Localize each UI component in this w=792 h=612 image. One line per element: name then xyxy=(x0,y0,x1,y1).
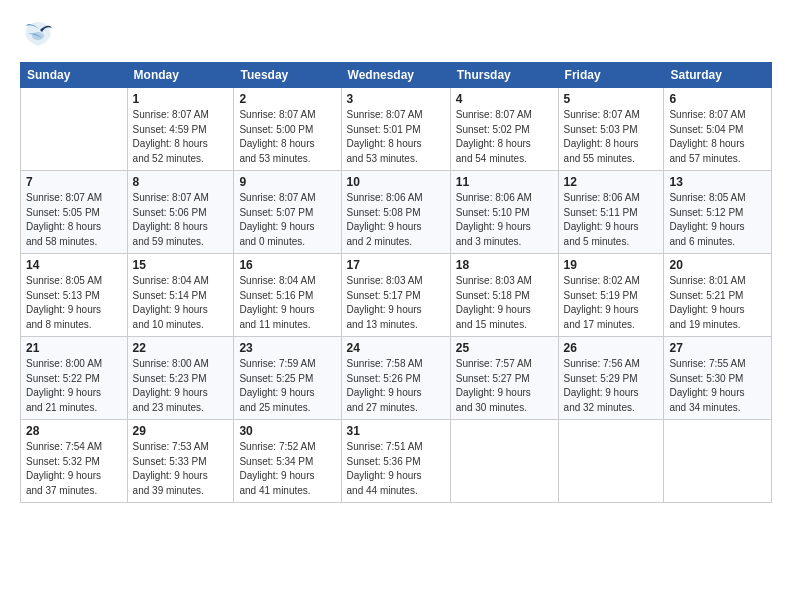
calendar-cell: 23Sunrise: 7:59 AMSunset: 5:25 PMDayligh… xyxy=(234,337,341,420)
day-number: 3 xyxy=(347,92,445,106)
logo-icon xyxy=(20,16,56,52)
calendar-header-saturday: Saturday xyxy=(664,63,772,88)
day-number: 4 xyxy=(456,92,553,106)
day-number: 24 xyxy=(347,341,445,355)
day-info: Sunrise: 8:03 AMSunset: 5:17 PMDaylight:… xyxy=(347,274,445,332)
calendar-cell: 19Sunrise: 8:02 AMSunset: 5:19 PMDayligh… xyxy=(558,254,664,337)
calendar-cell: 5Sunrise: 8:07 AMSunset: 5:03 PMDaylight… xyxy=(558,88,664,171)
calendar-cell: 4Sunrise: 8:07 AMSunset: 5:02 PMDaylight… xyxy=(450,88,558,171)
day-info: Sunrise: 7:54 AMSunset: 5:32 PMDaylight:… xyxy=(26,440,122,498)
day-info: Sunrise: 7:58 AMSunset: 5:26 PMDaylight:… xyxy=(347,357,445,415)
calendar-cell: 3Sunrise: 8:07 AMSunset: 5:01 PMDaylight… xyxy=(341,88,450,171)
calendar-cell xyxy=(664,420,772,503)
day-number: 23 xyxy=(239,341,335,355)
calendar-cell: 22Sunrise: 8:00 AMSunset: 5:23 PMDayligh… xyxy=(127,337,234,420)
day-info: Sunrise: 8:07 AMSunset: 5:07 PMDaylight:… xyxy=(239,191,335,249)
calendar-cell: 14Sunrise: 8:05 AMSunset: 5:13 PMDayligh… xyxy=(21,254,128,337)
day-info: Sunrise: 7:52 AMSunset: 5:34 PMDaylight:… xyxy=(239,440,335,498)
day-info: Sunrise: 7:55 AMSunset: 5:30 PMDaylight:… xyxy=(669,357,766,415)
day-info: Sunrise: 7:56 AMSunset: 5:29 PMDaylight:… xyxy=(564,357,659,415)
calendar-cell: 10Sunrise: 8:06 AMSunset: 5:08 PMDayligh… xyxy=(341,171,450,254)
day-info: Sunrise: 7:59 AMSunset: 5:25 PMDaylight:… xyxy=(239,357,335,415)
day-info: Sunrise: 7:57 AMSunset: 5:27 PMDaylight:… xyxy=(456,357,553,415)
day-info: Sunrise: 8:06 AMSunset: 5:08 PMDaylight:… xyxy=(347,191,445,249)
day-number: 21 xyxy=(26,341,122,355)
calendar-cell: 12Sunrise: 8:06 AMSunset: 5:11 PMDayligh… xyxy=(558,171,664,254)
calendar-header-monday: Monday xyxy=(127,63,234,88)
day-number: 22 xyxy=(133,341,229,355)
day-info: Sunrise: 8:07 AMSunset: 5:04 PMDaylight:… xyxy=(669,108,766,166)
day-info: Sunrise: 8:07 AMSunset: 5:06 PMDaylight:… xyxy=(133,191,229,249)
page: SundayMondayTuesdayWednesdayThursdayFrid… xyxy=(0,0,792,612)
day-info: Sunrise: 8:07 AMSunset: 5:00 PMDaylight:… xyxy=(239,108,335,166)
day-number: 28 xyxy=(26,424,122,438)
calendar-header-wednesday: Wednesday xyxy=(341,63,450,88)
day-info: Sunrise: 8:07 AMSunset: 5:03 PMDaylight:… xyxy=(564,108,659,166)
day-info: Sunrise: 7:53 AMSunset: 5:33 PMDaylight:… xyxy=(133,440,229,498)
calendar-week-1: 1Sunrise: 8:07 AMSunset: 4:59 PMDaylight… xyxy=(21,88,772,171)
day-info: Sunrise: 8:07 AMSunset: 5:02 PMDaylight:… xyxy=(456,108,553,166)
day-number: 19 xyxy=(564,258,659,272)
calendar-header-tuesday: Tuesday xyxy=(234,63,341,88)
day-info: Sunrise: 8:07 AMSunset: 4:59 PMDaylight:… xyxy=(133,108,229,166)
calendar-header-thursday: Thursday xyxy=(450,63,558,88)
calendar-cell: 20Sunrise: 8:01 AMSunset: 5:21 PMDayligh… xyxy=(664,254,772,337)
day-number: 25 xyxy=(456,341,553,355)
day-info: Sunrise: 8:05 AMSunset: 5:12 PMDaylight:… xyxy=(669,191,766,249)
day-number: 20 xyxy=(669,258,766,272)
calendar-header-friday: Friday xyxy=(558,63,664,88)
day-number: 14 xyxy=(26,258,122,272)
day-info: Sunrise: 8:06 AMSunset: 5:10 PMDaylight:… xyxy=(456,191,553,249)
calendar-cell: 1Sunrise: 8:07 AMSunset: 4:59 PMDaylight… xyxy=(127,88,234,171)
calendar-cell: 21Sunrise: 8:00 AMSunset: 5:22 PMDayligh… xyxy=(21,337,128,420)
day-number: 15 xyxy=(133,258,229,272)
logo xyxy=(20,16,60,52)
day-info: Sunrise: 8:01 AMSunset: 5:21 PMDaylight:… xyxy=(669,274,766,332)
day-info: Sunrise: 8:00 AMSunset: 5:23 PMDaylight:… xyxy=(133,357,229,415)
calendar-cell: 15Sunrise: 8:04 AMSunset: 5:14 PMDayligh… xyxy=(127,254,234,337)
day-number: 1 xyxy=(133,92,229,106)
day-number: 27 xyxy=(669,341,766,355)
day-number: 11 xyxy=(456,175,553,189)
calendar-cell: 25Sunrise: 7:57 AMSunset: 5:27 PMDayligh… xyxy=(450,337,558,420)
day-info: Sunrise: 7:51 AMSunset: 5:36 PMDaylight:… xyxy=(347,440,445,498)
calendar-cell xyxy=(450,420,558,503)
day-number: 30 xyxy=(239,424,335,438)
calendar-cell: 30Sunrise: 7:52 AMSunset: 5:34 PMDayligh… xyxy=(234,420,341,503)
calendar-cell: 27Sunrise: 7:55 AMSunset: 5:30 PMDayligh… xyxy=(664,337,772,420)
day-number: 17 xyxy=(347,258,445,272)
calendar-cell: 17Sunrise: 8:03 AMSunset: 5:17 PMDayligh… xyxy=(341,254,450,337)
calendar-cell: 9Sunrise: 8:07 AMSunset: 5:07 PMDaylight… xyxy=(234,171,341,254)
day-number: 6 xyxy=(669,92,766,106)
day-number: 10 xyxy=(347,175,445,189)
day-info: Sunrise: 8:00 AMSunset: 5:22 PMDaylight:… xyxy=(26,357,122,415)
day-info: Sunrise: 8:04 AMSunset: 5:14 PMDaylight:… xyxy=(133,274,229,332)
day-number: 26 xyxy=(564,341,659,355)
calendar-cell: 28Sunrise: 7:54 AMSunset: 5:32 PMDayligh… xyxy=(21,420,128,503)
calendar-week-3: 14Sunrise: 8:05 AMSunset: 5:13 PMDayligh… xyxy=(21,254,772,337)
day-info: Sunrise: 8:05 AMSunset: 5:13 PMDaylight:… xyxy=(26,274,122,332)
day-number: 5 xyxy=(564,92,659,106)
calendar-cell xyxy=(558,420,664,503)
calendar-cell: 2Sunrise: 8:07 AMSunset: 5:00 PMDaylight… xyxy=(234,88,341,171)
day-number: 13 xyxy=(669,175,766,189)
day-info: Sunrise: 8:03 AMSunset: 5:18 PMDaylight:… xyxy=(456,274,553,332)
calendar-cell: 31Sunrise: 7:51 AMSunset: 5:36 PMDayligh… xyxy=(341,420,450,503)
calendar-cell: 8Sunrise: 8:07 AMSunset: 5:06 PMDaylight… xyxy=(127,171,234,254)
day-info: Sunrise: 8:04 AMSunset: 5:16 PMDaylight:… xyxy=(239,274,335,332)
calendar-cell: 16Sunrise: 8:04 AMSunset: 5:16 PMDayligh… xyxy=(234,254,341,337)
calendar-cell: 18Sunrise: 8:03 AMSunset: 5:18 PMDayligh… xyxy=(450,254,558,337)
svg-point-0 xyxy=(32,32,44,40)
day-number: 9 xyxy=(239,175,335,189)
header xyxy=(20,16,772,52)
day-number: 8 xyxy=(133,175,229,189)
day-number: 2 xyxy=(239,92,335,106)
calendar-cell: 13Sunrise: 8:05 AMSunset: 5:12 PMDayligh… xyxy=(664,171,772,254)
calendar-week-4: 21Sunrise: 8:00 AMSunset: 5:22 PMDayligh… xyxy=(21,337,772,420)
calendar-cell: 11Sunrise: 8:06 AMSunset: 5:10 PMDayligh… xyxy=(450,171,558,254)
calendar-header-row: SundayMondayTuesdayWednesdayThursdayFrid… xyxy=(21,63,772,88)
day-number: 12 xyxy=(564,175,659,189)
day-number: 29 xyxy=(133,424,229,438)
calendar-table: SundayMondayTuesdayWednesdayThursdayFrid… xyxy=(20,62,772,503)
day-number: 18 xyxy=(456,258,553,272)
